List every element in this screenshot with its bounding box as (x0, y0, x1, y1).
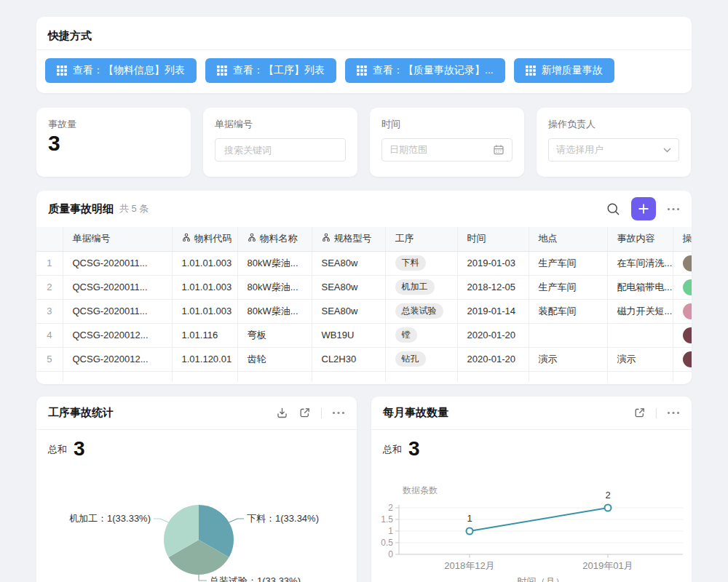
table-header-row: 单据编号 物料代码 物料名称 规格型号 工序 时间 地点 事故内容 操作负责人 (36, 227, 692, 251)
data-point[interactable] (605, 505, 612, 511)
cell-spec: SEA80w (312, 275, 385, 299)
doc-number-search-input[interactable] (215, 138, 346, 162)
sum-label: 总和 (48, 443, 67, 459)
col-incident: 事故内容 (607, 227, 673, 251)
cell-time: 2019-01-14 (457, 299, 529, 323)
divider (321, 408, 322, 418)
x-tick: 2019年01月 (582, 560, 633, 571)
col-operator: 操作负责人 (673, 227, 692, 251)
view-material-list-button[interactable]: 查看：【物料信息】列表 (45, 58, 197, 83)
cell-material-code: 1.01.120.01 (172, 347, 237, 371)
cell-operator (673, 251, 692, 275)
point-label: 1 (467, 513, 472, 524)
doc-number-filter-card: 单据编号 (203, 108, 357, 177)
cell-process: 钻孔 (385, 347, 457, 371)
cell-incident: 配电箱带电... (607, 275, 673, 299)
avatar (683, 327, 692, 343)
table-row[interactable]: 5 QCSG-2020012... 1.01.120.01 齿轮 CL2H30 … (36, 347, 692, 371)
open-in-new-icon[interactable] (298, 407, 311, 419)
stat-value: 3 (48, 131, 60, 156)
download-icon[interactable] (276, 407, 288, 419)
pie-leader-right (229, 519, 244, 522)
search-input[interactable] (223, 144, 338, 156)
table-row[interactable]: 1 QCSG-2020011... 1.01.01.003 80kW柴油... … (36, 251, 692, 275)
grid-icon (57, 65, 67, 76)
pie-leader-left (154, 519, 168, 522)
data-point[interactable] (467, 528, 473, 535)
avatar (683, 279, 692, 295)
y-tick: 2 (388, 503, 393, 513)
incident-table: 单据编号 物料代码 物料名称 规格型号 工序 时间 地点 事故内容 操作负责人 … (36, 227, 692, 382)
add-incident-button[interactable]: 新增质量事故 (514, 58, 614, 83)
cell-incident (607, 323, 673, 347)
cell-spec: SEA80w (312, 299, 385, 323)
cell-material-name: 80kW柴油... (237, 251, 312, 275)
col-time: 时间 (457, 227, 529, 251)
process-tag: 镗 (395, 327, 417, 343)
cell-time: 2018-12-05 (457, 275, 529, 299)
col-material-name: 物料名称 (237, 227, 312, 251)
cell-material-name: 齿轮 (237, 347, 312, 371)
col-material-code: 物料代码 (172, 227, 237, 251)
pie-chart: 机加工：1(33.33%) 下料：1(33.34%) 总装试验：1(33.33%… (36, 478, 357, 582)
add-record-button[interactable] (631, 197, 656, 220)
x-tick: 2018年12月 (444, 560, 494, 571)
user-select[interactable]: 请选择用户 (548, 138, 679, 162)
time-filter-card: 时间 日期范围 (370, 108, 524, 177)
stat-label: 事故量 (48, 118, 76, 131)
cell-material-name: 弯板 (237, 323, 312, 347)
sum-value: 3 (74, 439, 85, 459)
avatar (683, 255, 692, 271)
sum-row: 总和 3 (48, 439, 85, 459)
y-tick: 1.5 (381, 514, 393, 525)
date-range-input[interactable]: 日期范围 (381, 138, 513, 162)
relation-icon (248, 233, 256, 244)
process-tag: 总装试验 (395, 303, 443, 319)
cell-process: 机加工 (385, 275, 457, 299)
table-row[interactable]: 3 QCSG-2020011... 1.01.01.003 80kW柴油... … (36, 299, 692, 323)
chart-titlebar: 每月事故数量 (371, 396, 692, 430)
pie-label-zongzhuangshiyan: 总装试验：1(33.33%) (209, 575, 301, 582)
cell-material-code: 1.01.01.003 (172, 251, 237, 275)
relation-icon (182, 233, 191, 244)
pie-label-xialiao: 下料：1(33.34%) (247, 513, 319, 524)
cell-process: 总装试验 (385, 299, 457, 323)
cell-operator (673, 299, 692, 323)
search-icon[interactable] (606, 202, 620, 216)
line-chart: 数据条数 2 1.5 1 0.5 0 1 2 2018年12月 (371, 478, 692, 582)
chart-title: 工序事故统计 (48, 406, 114, 420)
cell-place: 生产车间 (529, 251, 607, 275)
shortcuts-card: 快捷方式 查看：【物料信息】列表 查看：【工序】列表 查看：【质量事故记录】..… (36, 17, 692, 93)
button-label: 查看：【工序】列表 (233, 64, 325, 77)
col-doc-no: 单据编号 (63, 227, 172, 251)
record-count: 共 5 条 (119, 202, 149, 215)
table-row[interactable]: 2 QCSG-2020011... 1.01.01.003 80kW柴油... … (36, 275, 692, 299)
more-menu-icon[interactable] (332, 411, 345, 415)
cell-incident: 演示 (607, 347, 673, 371)
open-in-new-icon[interactable] (633, 407, 646, 419)
view-process-list-button[interactable]: 查看：【工序】列表 (205, 58, 336, 83)
point-label: 2 (605, 490, 610, 501)
cell-process: 下料 (385, 251, 457, 275)
chevron-down-icon (663, 148, 671, 153)
view-incident-records-button[interactable]: 查看：【质量事故记录】... (345, 58, 505, 83)
table-row[interactable]: 4 QCSG-2020012... 1.01.116 弯板 WB19U 镗 20… (36, 323, 692, 347)
col-place: 地点 (529, 227, 607, 251)
cell-doc-no: QCSG-2020011... (63, 251, 172, 275)
button-label: 查看：【质量事故记录】... (373, 64, 494, 77)
more-menu-icon[interactable] (667, 411, 680, 415)
x-axis-title: 时间（月） (518, 576, 565, 582)
shortcut-buttons: 查看：【物料信息】列表 查看：【工序】列表 查看：【质量事故记录】... 新增质… (45, 58, 614, 83)
table-title: 质量事故明细 (48, 202, 114, 216)
table-titlebar: 质量事故明细 共 5 条 (36, 191, 692, 227)
process-tag: 下料 (395, 255, 426, 271)
filter-label: 时间 (381, 118, 400, 131)
filter-label: 操作负责人 (548, 118, 596, 131)
cell-material-name: 80kW柴油... (237, 299, 312, 323)
more-menu-icon[interactable] (667, 207, 680, 211)
col-process: 工序 (385, 227, 457, 251)
empty-row (36, 371, 692, 382)
divider (36, 49, 692, 50)
y-tick: 1 (388, 526, 393, 536)
monthly-incidents-card: 每月事故数量 总和 3 数据条数 (371, 396, 692, 582)
